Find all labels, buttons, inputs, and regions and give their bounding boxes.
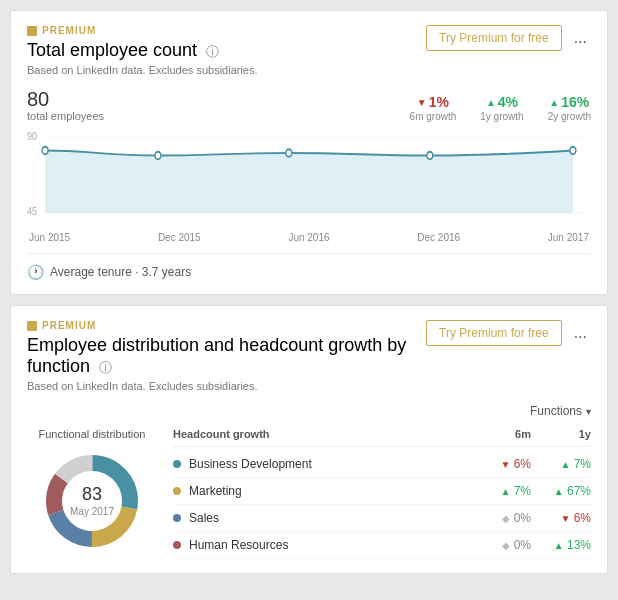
growth-6m-value: ▼ 1% xyxy=(410,94,457,110)
card1-actions: Try Premium for free ... xyxy=(426,25,591,51)
card2-title-area: PREMIUM Employee distribution and headco… xyxy=(27,320,426,404)
chart-x-labels: Jun 2015 Dec 2015 Jun 2016 Dec 2016 Jun … xyxy=(27,232,591,243)
table-header: Headcount growth 6m 1y xyxy=(173,428,591,447)
triangle-up-icon-1y: ▲ xyxy=(486,97,496,108)
chart-dot-3 xyxy=(286,149,292,157)
card1-title-text: Total employee count xyxy=(27,40,197,60)
employee-chart: 90 45 xyxy=(27,128,591,228)
donut-center: 83 May 2017 xyxy=(70,484,114,518)
x-label-1: Dec 2015 xyxy=(158,232,201,243)
card1-growth-stats: ▼ 1% 6m growth ▲ 4% 1y growth ▲ 16% 2y g… xyxy=(410,94,591,122)
row-6m-sales: ◆ 0% xyxy=(471,511,531,525)
growth-1y-label: 1y growth xyxy=(480,111,523,122)
arrow-up-bd-1y: ▲ xyxy=(560,459,570,470)
row-name-hr: Human Resources xyxy=(189,538,471,552)
dot-sales xyxy=(173,514,181,522)
premium-text: PREMIUM xyxy=(42,25,96,36)
employee-distribution-card: PREMIUM Employee distribution and headco… xyxy=(10,305,608,574)
premium-label: PREMIUM xyxy=(27,25,426,36)
table-row-bd: Business Development ▼ 6% ▲ 7% xyxy=(173,451,591,478)
dot-mkt xyxy=(173,487,181,495)
chart-svg: 90 45 xyxy=(27,128,591,228)
row-1y-hr: ▲ 13% xyxy=(531,538,591,552)
table-row-sales: Sales ◆ 0% ▼ 6% xyxy=(173,505,591,532)
arrow-down-bd-6m: ▼ xyxy=(500,459,510,470)
arrow-down-sales-1y: ▼ xyxy=(560,513,570,524)
employee-count-card: PREMIUM Total employee count ⓘ Based on … xyxy=(10,10,608,295)
tenure-row: 🕐 Average tenure · 3.7 years xyxy=(27,253,591,280)
dot-hr xyxy=(173,541,181,549)
card1-try-premium-btn[interactable]: Try Premium for free xyxy=(426,25,562,51)
card2-title: Employee distribution and headcount grow… xyxy=(27,335,426,377)
functions-label: Functions xyxy=(530,404,582,418)
card1-title: Total employee count ⓘ xyxy=(27,40,426,61)
card1-subtitle: Based on LinkedIn data. Excludes subsidi… xyxy=(27,64,426,76)
card2-premium-text: PREMIUM xyxy=(42,320,96,331)
arrow-up-mkt-1y: ▲ xyxy=(554,486,564,497)
growth-6m-label: 6m growth xyxy=(410,111,457,122)
row-1y-mkt: ▲ 67% xyxy=(531,484,591,498)
card1-employee-number: 80 xyxy=(27,88,410,110)
card1-stats-row: 80 total employees ▼ 1% 6m growth ▲ 4% 1… xyxy=(27,88,591,122)
premium-icon xyxy=(27,26,37,36)
card2-info-icon: ⓘ xyxy=(99,360,112,375)
card2-try-premium-btn[interactable]: Try Premium for free xyxy=(426,320,562,346)
card1-info-icon: ⓘ xyxy=(206,44,219,59)
card2-title-text: Employee distribution and headcount grow… xyxy=(27,335,406,376)
card1-stat-main: 80 total employees xyxy=(27,88,410,122)
card1-title-area: PREMIUM Total employee count ⓘ Based on … xyxy=(27,25,426,88)
chart-dot-2 xyxy=(155,152,161,160)
x-label-0: Jun 2015 xyxy=(29,232,70,243)
donut-label: Functional distribution xyxy=(27,428,157,440)
donut-sub: May 2017 xyxy=(70,506,114,518)
chart-dot-4 xyxy=(427,152,433,160)
card2-actions: Try Premium for free ... xyxy=(426,320,591,346)
card1-more-btn[interactable]: ... xyxy=(570,27,591,49)
donut-wrapper: 83 May 2017 xyxy=(37,446,147,556)
growth-1y-value: ▲ 4% xyxy=(480,94,523,110)
card1-stat-label: total employees xyxy=(27,110,410,122)
donut-num: 83 xyxy=(70,484,114,506)
tenure-clock-icon: 🕐 xyxy=(27,264,44,280)
card2-premium-icon xyxy=(27,321,37,331)
th-name: Headcount growth xyxy=(173,428,471,440)
row-1y-sales: ▼ 6% xyxy=(531,511,591,525)
table-row-hr: Human Resources ◆ 0% ▲ 13% xyxy=(173,532,591,559)
card2-subtitle: Based on LinkedIn data. Excludes subsidi… xyxy=(27,380,426,392)
svg-text:90: 90 xyxy=(27,131,37,143)
card2-more-btn[interactable]: ... xyxy=(570,322,591,344)
growth-1y: ▲ 4% 1y growth xyxy=(480,94,523,122)
chart-dot-1 xyxy=(42,147,48,155)
donut-container: Functional distribution xyxy=(27,428,157,559)
chevron-down-icon: ▾ xyxy=(586,406,591,417)
x-label-2: Jun 2016 xyxy=(288,232,329,243)
row-name-sales: Sales xyxy=(189,511,471,525)
headcount-table: Headcount growth 6m 1y Business Developm… xyxy=(173,428,591,559)
arrow-neutral-sales-6m: ◆ xyxy=(502,513,510,524)
th-6m: 6m xyxy=(471,428,531,440)
svg-text:45: 45 xyxy=(27,206,37,218)
dot-bd xyxy=(173,460,181,468)
growth-6m: ▼ 1% 6m growth xyxy=(410,94,457,122)
x-label-4: Jun 2017 xyxy=(548,232,589,243)
chart-dot-5 xyxy=(570,147,576,155)
card2-premium-label: PREMIUM xyxy=(27,320,426,331)
growth-2y: ▲ 16% 2y growth xyxy=(548,94,591,122)
row-name-bd: Business Development xyxy=(189,457,471,471)
row-6m-bd: ▼ 6% xyxy=(471,457,531,471)
row-name-mkt: Marketing xyxy=(189,484,471,498)
row-1y-bd: ▲ 7% xyxy=(531,457,591,471)
triangle-up-icon-2y: ▲ xyxy=(549,97,559,108)
arrow-up-mkt-6m: ▲ xyxy=(500,486,510,497)
growth-2y-label: 2y growth xyxy=(548,111,591,122)
functions-filter-btn[interactable]: Functions ▾ xyxy=(530,404,591,418)
distribution-section: Functional distribution xyxy=(27,428,591,559)
table-row-mkt: Marketing ▲ 7% ▲ 67% xyxy=(173,478,591,505)
tenure-text: Average tenure · 3.7 years xyxy=(50,265,191,279)
growth-2y-value: ▲ 16% xyxy=(548,94,591,110)
arrow-neutral-hr-6m: ◆ xyxy=(502,540,510,551)
chart-area-fill xyxy=(45,151,573,214)
x-label-3: Dec 2016 xyxy=(417,232,460,243)
row-6m-mkt: ▲ 7% xyxy=(471,484,531,498)
triangle-down-icon: ▼ xyxy=(417,97,427,108)
